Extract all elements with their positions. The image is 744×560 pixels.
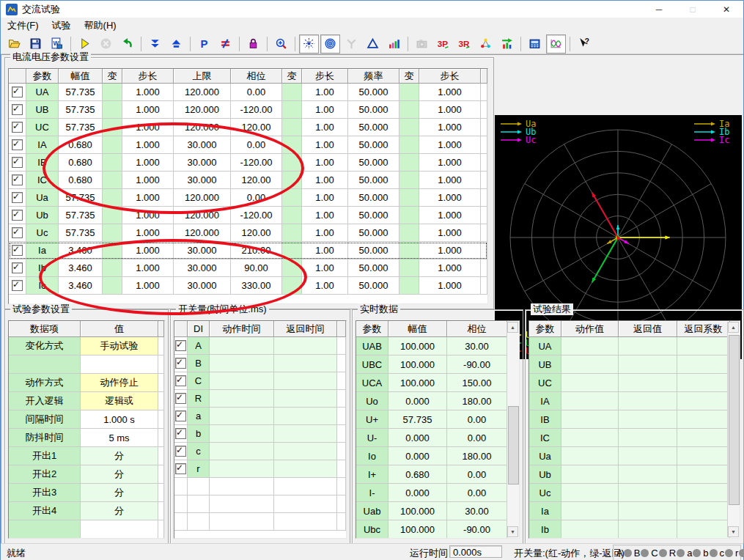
- value-cell[interactable]: 1.000: [122, 119, 174, 136]
- minimize-button[interactable]: ─: [642, 1, 676, 18]
- value-cell[interactable]: 50.000: [348, 277, 399, 295]
- row-checkbox[interactable]: [175, 340, 186, 351]
- value-cell[interactable]: 50.000: [348, 119, 399, 136]
- checkbox-cell[interactable]: [174, 425, 188, 443]
- value-cell[interactable]: 50.000: [348, 154, 399, 172]
- value-cell[interactable]: 30.000: [174, 277, 231, 295]
- value-cell[interactable]: 1.000: [419, 154, 481, 172]
- value-cell[interactable]: 0.680: [59, 154, 103, 172]
- row-checkbox[interactable]: [12, 122, 23, 133]
- row-checkbox[interactable]: [175, 410, 186, 421]
- value-cell[interactable]: 1.00: [302, 277, 348, 295]
- chart-export-button[interactable]: [497, 34, 517, 54]
- save-file-button[interactable]: [26, 34, 45, 54]
- three-r-button[interactable]: 3R: [454, 34, 474, 54]
- value-cell[interactable]: 1.00: [302, 259, 348, 277]
- value-cell[interactable]: 0.00: [231, 84, 282, 101]
- value-cell[interactable]: 逻辑或: [81, 392, 158, 410]
- value-cell[interactable]: 0.00: [231, 136, 282, 154]
- calculator-button[interactable]: [525, 34, 545, 54]
- value-cell[interactable]: 57.735: [59, 84, 103, 101]
- value-cell[interactable]: 1.000: [122, 84, 174, 101]
- checkbox-cell[interactable]: [9, 207, 26, 224]
- close-button[interactable]: ✕: [710, 1, 743, 18]
- checkbox-cell[interactable]: [9, 277, 26, 295]
- value-cell[interactable]: -120.00: [231, 101, 282, 119]
- value-cell[interactable]: 动作停止: [81, 374, 158, 392]
- value-cell[interactable]: 1.000: [419, 136, 481, 154]
- value-cell[interactable]: 1.000: [122, 189, 174, 207]
- menu-item-2[interactable]: 帮助(H): [78, 18, 123, 34]
- row-checkbox[interactable]: [12, 139, 23, 150]
- checkbox-cell[interactable]: [9, 242, 26, 259]
- checkbox-cell[interactable]: [174, 372, 188, 390]
- checkbox-cell[interactable]: [174, 337, 188, 355]
- row-checkbox[interactable]: [12, 157, 23, 168]
- value-cell[interactable]: 57.735: [59, 101, 103, 119]
- value-cell[interactable]: 50.000: [348, 84, 399, 101]
- checkbox-cell[interactable]: [174, 408, 188, 425]
- value-cell[interactable]: 分: [81, 465, 158, 484]
- value-cell[interactable]: 分: [81, 484, 158, 502]
- checkbox-cell[interactable]: [174, 390, 188, 408]
- scroll-down-icon[interactable]: ▼: [507, 526, 518, 537]
- delta-button[interactable]: [363, 34, 383, 54]
- value-cell[interactable]: 120.00: [231, 224, 282, 242]
- value-cell[interactable]: 1.00: [302, 119, 348, 136]
- burst-button[interactable]: [299, 34, 319, 54]
- value-cell[interactable]: 1.000: [419, 119, 481, 136]
- scrollbar-thumb[interactable]: [508, 406, 519, 485]
- row-checkbox[interactable]: [12, 86, 23, 97]
- value-cell[interactable]: [481, 172, 487, 189]
- value-cell[interactable]: 1.000: [419, 84, 481, 101]
- value-cell[interactable]: 3.460: [59, 277, 103, 295]
- value-cell[interactable]: 50.000: [348, 207, 399, 224]
- scrollbar-thumb[interactable]: [729, 335, 740, 505]
- value-cell[interactable]: 1.00: [302, 189, 348, 207]
- row-checkbox[interactable]: [175, 428, 186, 439]
- value-cell[interactable]: [481, 119, 487, 136]
- value-cell[interactable]: 1.000: [419, 172, 481, 189]
- checkbox-cell[interactable]: [9, 84, 26, 101]
- value-cell[interactable]: 1.000: [122, 172, 174, 189]
- value-cell[interactable]: [481, 136, 487, 154]
- checkbox-cell[interactable]: [9, 172, 26, 189]
- value-cell[interactable]: 1.00: [302, 84, 348, 101]
- value-cell[interactable]: 1.000: [122, 101, 174, 119]
- realtime-scrollbar[interactable]: ▲ ▼: [507, 322, 519, 537]
- waveform-button[interactable]: [546, 34, 566, 54]
- row-checkbox[interactable]: [175, 446, 186, 457]
- value-cell[interactable]: 57.735: [59, 207, 103, 224]
- checkbox-cell[interactable]: [9, 101, 26, 119]
- value-cell[interactable]: 0.00: [231, 189, 282, 207]
- value-cell[interactable]: 120.000: [174, 224, 231, 242]
- value-cell[interactable]: 30.000: [174, 259, 231, 277]
- value-cell[interactable]: [481, 189, 487, 207]
- value-cell[interactable]: 手动试验: [81, 337, 158, 355]
- three-p-button[interactable]: 3P: [433, 34, 453, 54]
- rings-button[interactable]: [320, 34, 340, 54]
- value-cell[interactable]: 1.00: [302, 101, 348, 119]
- value-cell[interactable]: 120.000: [174, 189, 231, 207]
- value-cell[interactable]: 210.00: [231, 242, 282, 259]
- value-cell[interactable]: 1.00: [302, 172, 348, 189]
- step-down-button[interactable]: [145, 34, 165, 54]
- value-cell[interactable]: 120.000: [174, 119, 231, 136]
- value-cell[interactable]: [481, 101, 487, 119]
- value-cell[interactable]: 1.00: [302, 136, 348, 154]
- step-up-button[interactable]: [166, 34, 186, 54]
- not-equal-button[interactable]: [216, 34, 235, 54]
- value-cell[interactable]: 分: [81, 447, 158, 465]
- checkbox-cell[interactable]: [9, 136, 26, 154]
- value-cell[interactable]: 1.000: [419, 224, 481, 242]
- bars-button[interactable]: [384, 34, 404, 54]
- value-cell[interactable]: 50.000: [348, 259, 399, 277]
- scroll-down-icon[interactable]: ▼: [728, 526, 739, 537]
- value-cell[interactable]: [481, 242, 487, 259]
- value-cell[interactable]: [481, 224, 487, 242]
- zoom-button[interactable]: [271, 34, 291, 54]
- value-cell[interactable]: 1.000: [122, 259, 174, 277]
- checkbox-cell[interactable]: [9, 189, 26, 207]
- value-cell[interactable]: 1.000: [419, 101, 481, 119]
- value-cell[interactable]: 1.000 s: [81, 410, 158, 429]
